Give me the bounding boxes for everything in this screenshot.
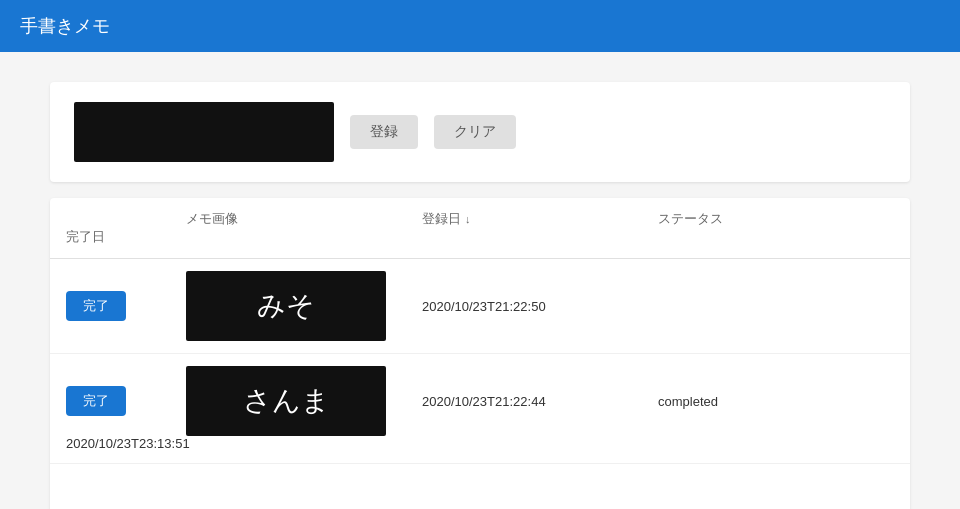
clear-button[interactable]: クリア xyxy=(434,115,516,149)
complete-btn-cell: 完了 xyxy=(66,291,186,321)
date-cell-1: 2020/10/23T21:22:50 xyxy=(422,299,658,314)
top-section: 登録 クリア xyxy=(50,82,910,182)
memo-image-cell-1: みそ xyxy=(186,271,422,341)
complete-btn-cell: 完了 xyxy=(66,386,186,416)
sort-arrow-icon: ↓ xyxy=(465,213,471,225)
app-title: 手書きメモ xyxy=(20,16,110,36)
col-header-empty xyxy=(66,210,186,228)
memo-image-2: さんま xyxy=(186,366,386,436)
main-content: 登録 クリア メモ画像 登録日 ↓ ステータス 完了日 完了 xyxy=(0,52,960,509)
col-header-status: ステータス xyxy=(658,210,894,228)
table-header-row: メモ画像 登録日 ↓ ステータス 完了日 xyxy=(50,198,910,259)
table-row: 完了 さんま 2020/10/23T21:22:44 completed 202… xyxy=(50,354,910,464)
drawing-canvas[interactable] xyxy=(74,102,334,162)
memo-text-2: さんま xyxy=(243,382,330,420)
app-header: 手書きメモ xyxy=(0,0,960,52)
col-header-registered-date[interactable]: 登録日 ↓ xyxy=(422,210,658,228)
memo-text-1: みそ xyxy=(257,287,315,325)
table-row: 完了 みそ 2020/10/23T21:22:50 xyxy=(50,259,910,354)
memo-image-1: みそ xyxy=(186,271,386,341)
complete-button-1[interactable]: 完了 xyxy=(66,291,126,321)
date-cell-2: 2020/10/23T21:22:44 xyxy=(422,394,658,409)
col-header-memo-image: メモ画像 xyxy=(186,210,422,228)
memo-table: メモ画像 登録日 ↓ ステータス 完了日 完了 みそ 2020/1 xyxy=(50,198,910,509)
register-button[interactable]: 登録 xyxy=(350,115,418,149)
col-header-completed-date: 完了日 xyxy=(66,228,186,246)
complete-button-2[interactable]: 完了 xyxy=(66,386,126,416)
memo-image-cell-2: さんま xyxy=(186,366,422,436)
status-cell-2: completed xyxy=(658,394,894,409)
table-empty-space xyxy=(50,464,910,509)
complete-date-cell-2: 2020/10/23T23:13:51 xyxy=(66,436,186,451)
